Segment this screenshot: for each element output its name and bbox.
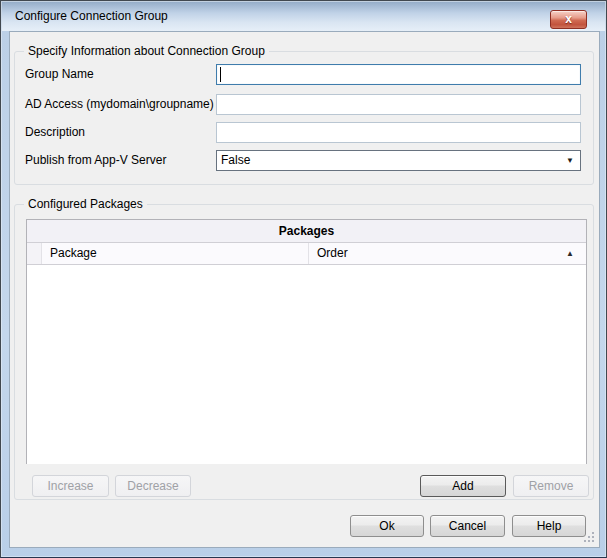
text-caret (220, 67, 221, 82)
description-label: Description (25, 122, 85, 143)
info-groupbox: Specify Information about Connection Gro… (14, 51, 594, 185)
window-title: Configure Connection Group (15, 2, 168, 30)
titlebar[interactable]: Configure Connection Group (2, 2, 605, 31)
add-button[interactable]: Add (420, 475, 506, 497)
row-selector-header (27, 243, 42, 264)
packages-table-header-row: Package Order ▲ (27, 243, 586, 265)
sort-ascending-icon: ▲ (566, 243, 574, 264)
publish-label: Publish from App-V Server (25, 150, 166, 171)
column-header-order[interactable]: Order ▲ (309, 243, 586, 264)
packages-table-title: Packages (27, 220, 586, 243)
ok-button[interactable]: Ok (350, 515, 424, 537)
column-header-order-label: Order (317, 246, 348, 260)
group-name-input[interactable] (216, 64, 581, 85)
ad-access-label: AD Access (mydomain\groupname) (25, 94, 214, 115)
ad-access-input[interactable] (216, 94, 581, 115)
publish-selected-value: False (221, 153, 250, 167)
help-button[interactable]: Help (512, 515, 586, 537)
description-input[interactable] (216, 122, 581, 143)
packages-groupbox: Configured Packages Packages Package Ord… (14, 204, 594, 500)
cancel-button[interactable]: Cancel (430, 515, 505, 537)
close-icon: x (565, 12, 572, 26)
remove-button[interactable]: Remove (513, 475, 589, 497)
packages-table: Packages Package Order ▲ (26, 219, 587, 464)
packages-groupbox-legend: Configured Packages (24, 196, 147, 213)
dialog-body: Specify Information about Connection Gro… (9, 31, 600, 548)
group-name-label: Group Name (25, 64, 94, 85)
close-button[interactable]: x (550, 10, 587, 29)
dialog-window: Configure Connection Group x Specify Inf… (0, 0, 607, 558)
publish-select[interactable]: False ▼ (216, 150, 581, 171)
column-header-package[interactable]: Package (42, 243, 309, 264)
chevron-down-icon: ▼ (566, 152, 574, 170)
resize-grip[interactable] (583, 531, 596, 544)
increase-button[interactable]: Increase (32, 475, 109, 497)
packages-table-body (27, 265, 586, 464)
info-groupbox-legend: Specify Information about Connection Gro… (24, 43, 269, 60)
decrease-button[interactable]: Decrease (115, 475, 191, 497)
